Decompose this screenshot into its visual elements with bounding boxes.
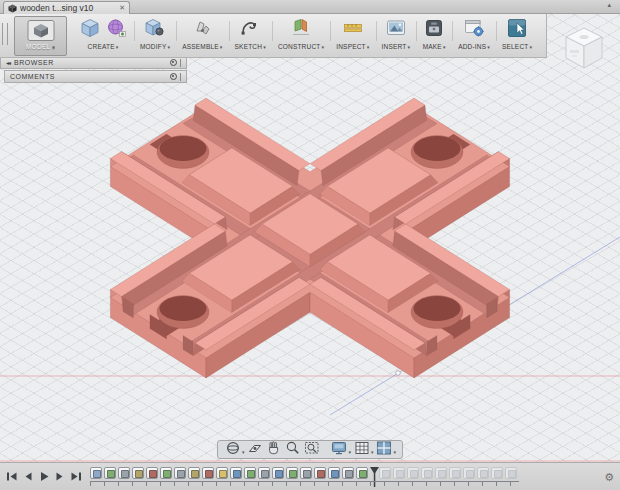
viewcube-front-mark: [570, 50, 579, 53]
timeline-go-to-end-button[interactable]: [69, 470, 82, 483]
document-tab[interactable]: wooden t...sing v10 ✕: [3, 1, 130, 14]
toolbar-grip-handle[interactable]: [2, 23, 8, 45]
comments-display-icon[interactable]: [170, 73, 177, 80]
navbar-look-at-button[interactable]: [245, 442, 264, 457]
navbar-zoom-button[interactable]: [283, 442, 302, 457]
timeline-step-back-button[interactable]: [21, 470, 34, 483]
timeline-feature-11[interactable]: [230, 467, 242, 479]
tab-close-icon[interactable]: ✕: [119, 4, 125, 12]
toolbar-item-inspect[interactable]: INSPECT▾: [330, 14, 375, 50]
toolbar-collapse-icon[interactable]: ▴: [607, 1, 611, 9]
toolbar-item-create[interactable]: CREATE▾: [72, 14, 134, 50]
feature-glyph: [396, 470, 404, 478]
timeline-feature-29[interactable]: [491, 467, 503, 479]
feature-glyph: [149, 470, 157, 478]
timeline-feature-26[interactable]: [449, 467, 461, 479]
insert-image-icon: [384, 16, 408, 44]
timeline-feature-7[interactable]: [174, 467, 186, 479]
toolbar-item-assemble[interactable]: ASSEMBLE▾: [176, 14, 228, 50]
model-workspace-icon: [23, 19, 59, 43]
timeline-feature-5[interactable]: [146, 467, 158, 479]
navbar-orbit-button[interactable]: [223, 442, 242, 457]
timeline-feature-9[interactable]: [202, 467, 214, 479]
feature-glyph: [219, 470, 227, 478]
display-settings-icon: [331, 440, 347, 460]
timeline-feature-15[interactable]: [286, 467, 298, 479]
feature-glyph: [247, 470, 255, 478]
timeline-step-forward-button[interactable]: [53, 470, 66, 483]
fusion360-window: wooden t...sing v10 ✕ ▴ MODEL ▾ CREATE▾M…: [0, 0, 620, 490]
timeline-feature-22[interactable]: [393, 467, 405, 479]
timeline-feature-13[interactable]: [258, 467, 270, 479]
timeline-feature-14[interactable]: [272, 467, 284, 479]
feature-glyph: [163, 470, 171, 478]
timeline-feature-25[interactable]: [435, 467, 447, 479]
grid-layout-icon: [354, 440, 370, 460]
browser-display-icon[interactable]: [170, 59, 177, 66]
dropdown-caret-icon[interactable]: ▾: [348, 449, 351, 455]
timeline-feature-18[interactable]: [328, 467, 340, 479]
timeline-feature-12[interactable]: [244, 467, 256, 479]
comments-panel-header[interactable]: COMMENTS: [4, 70, 187, 83]
timeline-go-to-start-button[interactable]: [5, 470, 18, 483]
tab-title: wooden t...sing v10: [20, 3, 116, 13]
fit-zoom-window-icon: [304, 440, 320, 460]
timeline-feature-30[interactable]: [505, 467, 517, 479]
dropdown-caret-icon[interactable]: ▾: [242, 449, 245, 455]
toolbar-item-label: CONSTRUCT: [278, 43, 321, 50]
timeline-feature-17[interactable]: [314, 467, 326, 479]
toolbar-item-insert[interactable]: INSERT▾: [376, 14, 417, 50]
timeline-feature-20[interactable]: [356, 467, 368, 479]
navbar-fit-zoom-window-button[interactable]: [302, 442, 321, 457]
feature-glyph: [317, 470, 325, 478]
feature-glyph: [331, 470, 339, 478]
timeline-bar: ⚙: [0, 462, 620, 490]
look-at-icon: [247, 440, 263, 460]
dropdown-caret-icon[interactable]: ▾: [394, 449, 397, 455]
dropdown-caret-icon: ▾: [487, 44, 490, 50]
pan-icon: [266, 440, 282, 460]
timeline-feature-6[interactable]: [160, 467, 172, 479]
navbar-separator: [321, 449, 329, 450]
view-navigation-bar: ▾▾▾▾: [217, 440, 403, 459]
timeline-ruler[interactable]: [90, 481, 519, 486]
view-cube[interactable]: [558, 24, 610, 74]
timeline-feature-28[interactable]: [477, 467, 489, 479]
toolbar-item-addins[interactable]: ADD-INS▾: [452, 14, 496, 50]
timeline-feature-24[interactable]: [421, 467, 433, 479]
timeline-play-button[interactable]: [37, 470, 50, 483]
timeline-feature-16[interactable]: [300, 467, 312, 479]
select-cursor-icon: [505, 16, 529, 44]
browser-collapse-icon[interactable]: ◂◂: [6, 59, 10, 66]
timeline-feature-19[interactable]: [342, 467, 354, 479]
navbar-grid-layout-button[interactable]: [352, 442, 371, 457]
timeline-feature-27[interactable]: [463, 467, 475, 479]
timeline-feature-23[interactable]: [407, 467, 419, 479]
feature-glyph: [494, 470, 502, 478]
dropdown-caret-icon: ▾: [407, 44, 410, 50]
feature-glyph: [289, 470, 297, 478]
toolbar-item-label: MAKE: [423, 43, 442, 50]
navbar-pan-button[interactable]: [264, 442, 283, 457]
timeline-feature-1[interactable]: [90, 467, 102, 479]
timeline-feature-2[interactable]: [104, 467, 116, 479]
timeline-settings-gear-icon[interactable]: ⚙: [604, 472, 614, 483]
toolbar-item-make[interactable]: MAKE▾: [416, 14, 452, 50]
navbar-display-settings-button[interactable]: [329, 442, 348, 457]
toolbar-item-select[interactable]: SELECT▾: [496, 14, 538, 50]
toolbar-item-modify[interactable]: MODIFY▾: [134, 14, 176, 50]
dropdown-caret-icon[interactable]: ▾: [371, 449, 374, 455]
toolbar-item-construct[interactable]: CONSTRUCT▾: [272, 14, 330, 50]
comments-panel-label: COMMENTS: [10, 73, 55, 80]
timeline-feature-3[interactable]: [118, 467, 130, 479]
press-pull-icon: [143, 16, 167, 44]
timeline-feature-21[interactable]: [379, 467, 391, 479]
timeline-feature-8[interactable]: [188, 467, 200, 479]
browser-divider: [180, 59, 181, 67]
workspace-selector-model[interactable]: MODEL ▾: [14, 16, 67, 56]
navbar-viewports-button[interactable]: [375, 442, 394, 457]
timeline-feature-4[interactable]: [132, 467, 144, 479]
feature-glyph: [177, 470, 185, 478]
toolbar-item-sketch[interactable]: SKETCH▾: [229, 14, 272, 50]
timeline-feature-10[interactable]: [216, 467, 228, 479]
